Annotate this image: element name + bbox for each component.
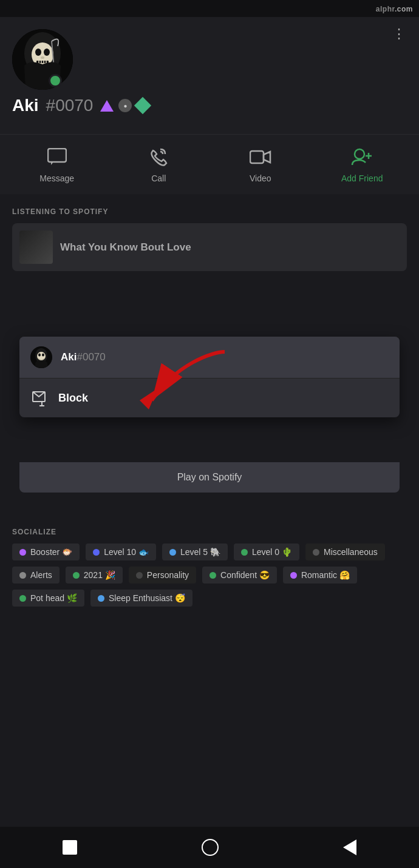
- role-dot-sleep: [98, 595, 104, 602]
- socialize-section: SOCIALIZE Booster 🐡 Level 10 🐟 Level 5 🐘…: [0, 516, 419, 613]
- online-status-indicator: [49, 74, 62, 87]
- action-buttons-row: Message Call Video: [0, 134, 419, 194]
- profile-section: ⋮: [0, 17, 419, 134]
- svg-rect-13: [250, 151, 264, 163]
- svg-point-5: [41, 56, 44, 59]
- role-dot-level10: [93, 549, 100, 556]
- role-dot-level5: [169, 549, 176, 556]
- context-menu-user-item[interactable]: Aki#0070: [19, 337, 400, 378]
- alphr-logo: alphr.com: [376, 3, 413, 14]
- block-icon: [30, 388, 50, 408]
- context-menu-username: Aki#0070: [61, 351, 106, 363]
- svg-point-4: [44, 49, 50, 56]
- role-level5: Level 5 🐘: [162, 543, 228, 560]
- role-level10: Level 10 🐟: [86, 543, 156, 560]
- role-sleep: Sleep Enthusiast 😴: [90, 590, 192, 607]
- spotify-card: What You Know Bout Love: [12, 223, 407, 271]
- context-menu: Aki#0070 Block: [19, 337, 400, 417]
- video-icon: [249, 146, 272, 169]
- role-confident: Confident 😎: [202, 567, 277, 584]
- role-dot-confident: [210, 572, 216, 579]
- role-pothead: Pot head 🌿: [12, 590, 84, 607]
- avatar-image: [12, 29, 73, 90]
- badge-eye-icon: ●: [118, 99, 132, 112]
- role-2021: 2021 🎉: [66, 567, 123, 584]
- username-tag: #0070: [46, 96, 94, 115]
- svg-point-3: [35, 49, 41, 56]
- avatar: [12, 29, 73, 90]
- top-bar: alphr.com: [0, 0, 419, 17]
- svg-rect-12: [48, 149, 66, 162]
- role-personality: Personality: [129, 567, 196, 584]
- three-dots-button[interactable]: ⋮: [392, 26, 407, 42]
- badges-container: ●: [100, 99, 149, 112]
- role-level0: Level 0 🌵: [234, 543, 299, 560]
- badge-nitro-icon: [100, 100, 114, 112]
- play-on-spotify-button[interactable]: Play on Spotify: [19, 462, 400, 493]
- role-dot-pothead: [19, 595, 26, 602]
- roles-grid: Booster 🐡 Level 10 🐟 Level 5 🐘 Level 0 🌵…: [12, 543, 407, 607]
- role-dot-misc: [313, 549, 319, 556]
- add-friend-button[interactable]: Add Friend: [338, 146, 386, 183]
- message-label: Message: [39, 173, 74, 183]
- message-button[interactable]: Message: [33, 146, 81, 183]
- username-text: Aki: [12, 96, 39, 115]
- role-dot-alerts: [19, 572, 26, 579]
- message-icon: [46, 146, 69, 169]
- svg-point-21: [42, 354, 44, 357]
- add-friend-label: Add Friend: [341, 173, 383, 183]
- call-label: Call: [151, 173, 166, 183]
- call-icon: [147, 146, 170, 169]
- svg-point-20: [38, 354, 41, 357]
- bottom-nav: [0, 827, 419, 868]
- role-dot-personality: [136, 572, 143, 579]
- role-dot-2021: [73, 572, 80, 579]
- call-button[interactable]: Call: [134, 146, 183, 183]
- badge-diamond-icon: [134, 97, 151, 114]
- spotify-section: LISTENING TO SPOTIFY What You Know Bout …: [0, 197, 419, 271]
- nav-square-button[interactable]: [63, 840, 77, 855]
- nav-home-button[interactable]: [202, 839, 219, 856]
- context-menu-avatar: [30, 346, 52, 368]
- role-dot-booster: [19, 549, 26, 556]
- role-dot-level0: [241, 549, 248, 556]
- avatar-container: [12, 29, 73, 90]
- video-label: Video: [250, 173, 271, 183]
- role-dot-romantic: [290, 572, 297, 579]
- svg-point-14: [355, 149, 364, 159]
- role-booster: Booster 🐡: [12, 543, 80, 560]
- svg-rect-6: [36, 61, 49, 63]
- role-romantic: Romantic 🤗: [283, 567, 357, 584]
- spotify-thumbnail: [19, 230, 53, 264]
- nav-back-button[interactable]: [343, 839, 356, 855]
- context-menu-block-item[interactable]: Block: [19, 378, 400, 417]
- username-display: Aki#0070 ●: [12, 96, 407, 115]
- socialize-section-label: SOCIALIZE: [12, 528, 407, 536]
- block-label: Block: [58, 392, 88, 405]
- svg-point-19: [37, 352, 46, 360]
- role-misc: Miscellaneous: [305, 543, 385, 560]
- add-friend-icon: [350, 146, 373, 169]
- video-button[interactable]: Video: [236, 146, 285, 183]
- spotify-section-label: LISTENING TO SPOTIFY: [12, 207, 407, 216]
- spotify-song-title: What You Know Bout Love: [60, 241, 191, 254]
- role-alerts: Alerts: [12, 567, 60, 584]
